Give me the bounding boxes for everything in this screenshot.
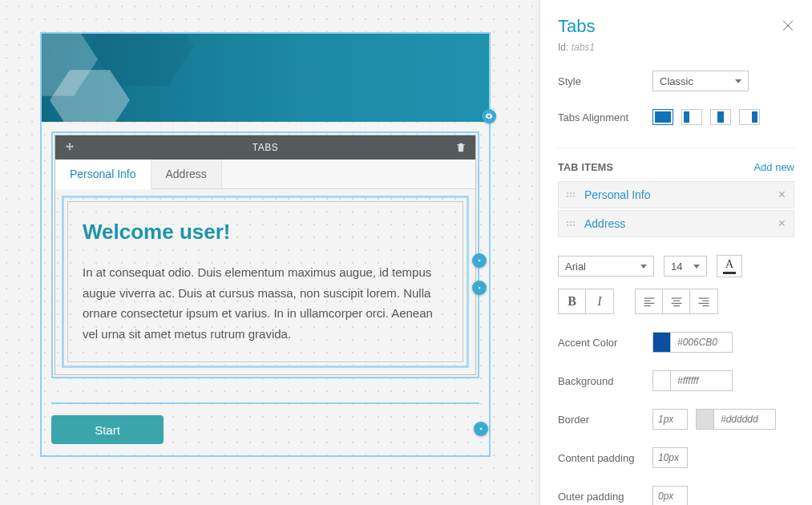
tab-item-name[interactable]: Address bbox=[584, 217, 778, 230]
tab-personal-info[interactable]: Personal Info bbox=[55, 160, 151, 189]
accent-color-swatch[interactable] bbox=[653, 333, 671, 352]
delete-item-icon[interactable]: × bbox=[778, 216, 786, 231]
inspector-title: Tabs bbox=[558, 16, 794, 37]
chevron-down-icon bbox=[693, 265, 700, 269]
tab-item-row[interactable]: Personal Info × bbox=[558, 181, 794, 208]
align-left-button[interactable] bbox=[636, 289, 663, 313]
accent-color-field[interactable] bbox=[652, 332, 733, 353]
font-family-select[interactable]: Arial bbox=[558, 256, 654, 277]
accent-color-label: Accent Color bbox=[558, 337, 652, 349]
chevron-down-icon bbox=[735, 79, 741, 83]
align-right-option[interactable] bbox=[739, 109, 760, 125]
start-button[interactable]: Start bbox=[51, 415, 164, 444]
background-label: Background bbox=[558, 375, 652, 387]
text-color-button[interactable]: A bbox=[717, 255, 742, 277]
page-selection[interactable]: TABS Personal Info Address Welcome user! bbox=[40, 32, 491, 457]
bold-button[interactable]: B bbox=[559, 289, 586, 313]
background-color-field[interactable] bbox=[652, 370, 733, 391]
font-size-select[interactable]: 14 bbox=[664, 256, 707, 277]
border-color-swatch[interactable] bbox=[697, 410, 714, 429]
delete-item-icon[interactable]: × bbox=[778, 188, 786, 202]
border-width-input[interactable] bbox=[652, 409, 688, 430]
settings-handle-icon[interactable] bbox=[482, 109, 496, 123]
tab-address[interactable]: Address bbox=[151, 160, 222, 188]
button-block-selection[interactable]: Start bbox=[51, 402, 479, 444]
align-left-option[interactable] bbox=[681, 109, 702, 125]
outer-padding-label: Outer padding bbox=[558, 491, 652, 503]
style-label: Style bbox=[558, 75, 652, 87]
add-new-link[interactable]: Add new bbox=[753, 161, 794, 173]
close-icon[interactable] bbox=[780, 18, 796, 36]
settings-handle-icon[interactable] bbox=[474, 422, 488, 436]
svg-point-1 bbox=[479, 287, 481, 289]
widget-header[interactable]: TABS bbox=[55, 135, 475, 160]
drag-handle-icon[interactable] bbox=[567, 221, 575, 226]
background-color-input[interactable] bbox=[671, 375, 732, 386]
svg-point-2 bbox=[480, 428, 483, 430]
border-label: Border bbox=[558, 414, 652, 426]
align-right-button[interactable] bbox=[690, 289, 717, 313]
content-heading[interactable]: Welcome user! bbox=[83, 220, 448, 244]
tab-items-heading: TAB ITEMS bbox=[558, 162, 613, 173]
content-block-selection[interactable]: Welcome user! In at consequat odio. Duis… bbox=[62, 196, 469, 368]
settings-handle-icon[interactable] bbox=[472, 253, 487, 268]
hero-block[interactable] bbox=[42, 34, 489, 122]
border-color-input[interactable] bbox=[714, 414, 775, 425]
settings-handle-icon[interactable] bbox=[472, 281, 487, 295]
tab-strip: Personal Info Address bbox=[55, 160, 475, 189]
tab-item-name[interactable]: Personal Info bbox=[584, 188, 778, 201]
tabs-widget-selection[interactable]: TABS Personal Info Address Welcome user! bbox=[51, 131, 479, 378]
chevron-down-icon bbox=[640, 265, 647, 269]
accent-color-input[interactable] bbox=[671, 337, 732, 348]
drag-handle-icon[interactable] bbox=[567, 192, 575, 197]
content-padding-label: Content padding bbox=[558, 452, 652, 464]
italic-button[interactable]: I bbox=[586, 289, 613, 313]
align-center-option[interactable] bbox=[710, 109, 731, 125]
move-icon[interactable] bbox=[62, 142, 78, 153]
style-select[interactable]: Classic bbox=[652, 71, 749, 91]
border-color-field[interactable] bbox=[696, 409, 776, 430]
align-full-option[interactable] bbox=[652, 109, 673, 125]
design-canvas[interactable]: TABS Personal Info Address Welcome user! bbox=[0, 0, 539, 505]
inspector-id: Id: tabs1 bbox=[558, 42, 794, 53]
trash-icon[interactable] bbox=[453, 142, 469, 153]
svg-point-0 bbox=[479, 260, 481, 262]
text-color-icon: A bbox=[725, 259, 733, 270]
inspector-panel: Tabs Id: tabs1 Style Classic Tabs Alignm… bbox=[539, 0, 812, 505]
outer-padding-input[interactable] bbox=[652, 486, 688, 505]
tabs-alignment-label: Tabs Alignment bbox=[558, 111, 652, 123]
align-center-button[interactable] bbox=[663, 289, 690, 313]
content-paragraph[interactable]: In at consequat odio. Duis elementum max… bbox=[83, 262, 448, 344]
background-color-swatch[interactable] bbox=[653, 371, 671, 390]
widget-title: TABS bbox=[78, 142, 453, 153]
content-padding-input[interactable] bbox=[652, 447, 688, 468]
tab-item-row[interactable]: Address × bbox=[558, 210, 794, 237]
